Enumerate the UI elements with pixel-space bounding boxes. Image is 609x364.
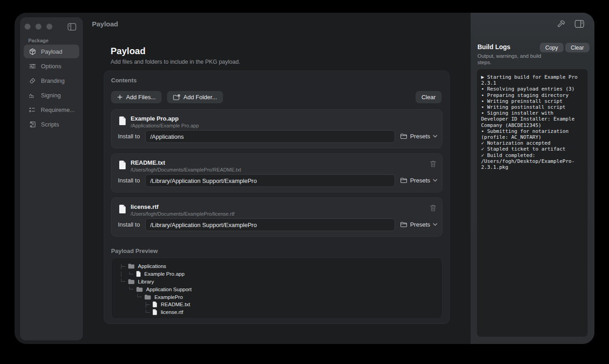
trash-icon[interactable] [430,160,436,167]
sidebar: Package PayloadOptionsBrandingSigningReq… [20,17,83,340]
presets-dropdown[interactable]: Presets [400,221,437,228]
log-line: • Resolving payload entries (3) [481,86,584,92]
sidebar-item-label: Signing [41,92,61,99]
tree-guide: └─ [120,310,150,315]
sidebar-item-label: Scripts [41,121,59,128]
sidebar-right-toggle-icon[interactable] [574,20,584,30]
file-icon [136,271,141,277]
folder-icon [128,263,135,269]
entry-file-name: license.rtf [131,203,158,210]
trash-icon[interactable] [430,204,436,212]
app-window: Payload Package PayloadOptionsBrandingSi… [15,13,594,344]
install-to-input[interactable] [145,218,395,231]
log-line: ✓ Stapled ticket to artifact [481,146,584,152]
chevron-down-icon [433,135,437,138]
install-to-label: Install to [118,177,140,184]
inspector-toolbar [556,20,584,30]
tree-node-label: Library [138,279,154,284]
install-to-input[interactable] [145,174,395,187]
contents-card: Contents Add Files... Add Folder... [104,71,450,324]
sliders-icon [28,62,36,70]
clear-contents-label: Clear [421,94,436,101]
contents-label: Contents [111,77,137,84]
presets-label: Presets [410,177,430,184]
sidebar-item-scripts[interactable]: Scripts [24,117,79,131]
tree-node-file[interactable]: │ └─Example Pro.app [120,270,442,278]
tree-node-folder[interactable]: ├─Applications [120,263,442,270]
presets-dropdown[interactable]: Presets [400,177,437,184]
build-logs-title: Build Logs [477,43,510,51]
sidebar-item-requireme[interactable]: Requireme... [24,103,79,116]
presets-label: Presets [410,133,430,140]
payload-entry: Example Pro.app/Applications/Example Pro… [111,109,442,148]
presets-dropdown[interactable]: Presets [400,133,437,140]
folder-plus-icon [173,94,180,101]
file-icon [119,204,127,214]
folder-icon [136,287,143,292]
window-title: Payload [92,20,118,28]
tree-node-folder[interactable]: └─Library [120,278,442,286]
add-files-label: Add Files... [126,94,156,101]
copy-logs-label: Copy [545,45,558,51]
checklist-icon [28,106,36,114]
tree-node-file[interactable]: ├─README.txt [120,301,442,308]
add-files-button[interactable]: Add Files... [111,91,162,103]
folder-icon [128,279,135,284]
tree-guide: ├─ [120,264,125,269]
folder-icon [400,133,407,139]
hammer-icon[interactable] [556,20,566,30]
zoom-button[interactable] [46,24,52,30]
sidebar-item-label: Branding [41,77,65,84]
tree-node-label: license.rtf [161,309,183,315]
inspector-panel: Build Logs Copy Clear Output, warnings, … [471,13,594,344]
payload-entry: README.txt/Users/fogh/Documents/ExampleP… [111,153,442,192]
clear-logs-button[interactable]: Clear [565,43,589,52]
sidebar-item-branding[interactable]: Branding [24,74,79,87]
add-folder-button[interactable]: Add Folder... [167,91,223,103]
chevron-down-icon [433,223,437,226]
file-icon [119,160,127,170]
log-line: • Writing postinstall script [481,104,584,110]
package-icon [28,48,36,56]
tree-node-label: README.txt [161,302,190,307]
entry-source-path: /Applications/Example Pro.app [131,123,199,128]
sidebar-left-toggle-icon[interactable] [67,23,76,31]
minimize-button[interactable] [36,24,41,30]
copy-logs-button[interactable]: Copy [540,43,563,52]
tree-guide: │ └─ [120,272,133,277]
clear-contents-button[interactable]: Clear [416,91,442,103]
clear-logs-label: Clear [571,45,584,51]
folder-icon [400,177,407,183]
sidebar-item-signing[interactable]: Signing [24,88,79,102]
chevron-down-icon [433,179,437,182]
tree-guide: └─ [120,287,133,292]
entry-source-path: /Users/fogh/Documents/ExamplePro/license… [131,211,234,217]
tree-guide: └─ [120,294,142,299]
install-to-label: Install to [118,133,140,140]
install-to-label: Install to [118,221,140,228]
tree-node-file[interactable]: └─license.rtf [120,308,442,316]
sidebar-item-label: Requireme... [41,106,75,113]
folder-icon [144,294,151,300]
page-subtitle: Add files and folders to include in the … [111,59,240,65]
paintbrush-icon [28,77,36,85]
tree-node-folder[interactable]: └─Application Support [120,285,442,293]
build-log-output[interactable]: ▶ Starting build for Example Pro 2.3.1• … [477,69,588,337]
sidebar-nav: PayloadOptionsBrandingSigningRequireme..… [24,45,79,132]
file-icon [119,116,127,126]
log-line: • Submitting for notarization (profile: … [481,128,584,140]
log-line: • Writing preinstall script [481,98,584,104]
close-button[interactable] [25,24,30,30]
build-logs-subtitle: Output, warnings, and build steps. [477,53,546,66]
sidebar-item-options[interactable]: Options [24,59,79,73]
sidebar-item-payload[interactable]: Payload [24,45,79,58]
install-to-input[interactable] [145,130,395,143]
entry-source-path: /Users/fogh/Documents/ExamplePro/README.… [131,167,241,172]
toolbar-spacer [228,91,410,103]
payload-preview-label: Payload Preview [111,248,158,254]
payload-entry: license.rtf/Users/fogh/Documents/Example… [111,197,442,237]
log-line: • Signing installer with Developer ID In… [481,110,584,128]
page-title: Payload [111,46,146,56]
tree-node-folder[interactable]: └─ExamplePro [120,293,442,301]
folder-icon [400,222,407,228]
